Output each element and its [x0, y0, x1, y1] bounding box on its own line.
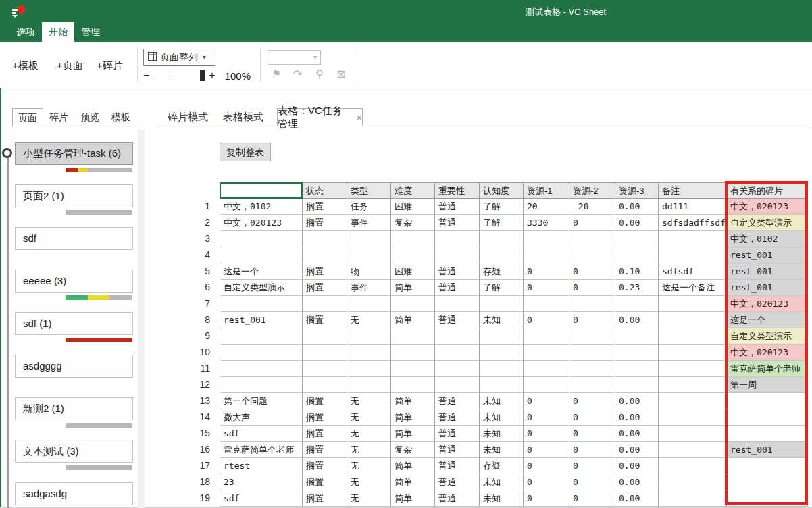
table-cell[interactable]: [569, 361, 615, 377]
column-header[interactable]: 认知度: [480, 182, 524, 199]
row-number[interactable]: 19: [189, 490, 220, 507]
table-cell[interactable]: [615, 231, 659, 247]
table-cell[interactable]: [569, 247, 615, 263]
table-cell[interactable]: [347, 247, 391, 263]
table-cell[interactable]: rtest: [220, 458, 303, 474]
table-cell[interactable]: 0: [524, 409, 569, 426]
table-cell[interactable]: 0: [524, 393, 569, 409]
column-header[interactable]: 资源-2: [569, 182, 615, 199]
table-cell[interactable]: [615, 247, 659, 263]
table-cell[interactable]: 搁置: [303, 312, 347, 328]
table-cell[interactable]: [524, 328, 569, 345]
column-header[interactable]: 备注: [659, 182, 727, 199]
table-cell[interactable]: 0: [569, 474, 615, 490]
related-fragment-cell[interactable]: 中文，020123: [727, 345, 808, 361]
related-fragment-cell[interactable]: 中文，020123: [727, 296, 808, 312]
table-cell[interactable]: [615, 296, 659, 312]
table-cell[interactable]: 0: [569, 215, 615, 231]
table-cell[interactable]: 事件: [347, 280, 391, 296]
table-cell[interactable]: 无: [347, 393, 391, 409]
row-number[interactable]: 2: [189, 215, 220, 231]
table-cell[interactable]: 普通: [435, 426, 480, 442]
table-cell[interactable]: 0: [569, 442, 615, 458]
table-cell[interactable]: 了解: [480, 280, 524, 296]
table-cell[interactable]: 简单: [391, 474, 435, 490]
related-fragment-cell[interactable]: 雷克萨简单个老师: [727, 361, 808, 377]
table-cell[interactable]: [659, 312, 727, 328]
table-cell[interactable]: 物: [347, 263, 391, 280]
table-cell[interactable]: 雷克萨简单个老师: [220, 442, 303, 458]
table-cell[interactable]: [220, 361, 303, 377]
table-cell[interactable]: 0: [524, 426, 569, 442]
add-template-button[interactable]: +模板: [12, 59, 39, 72]
table-cell[interactable]: 未知: [480, 474, 524, 490]
sidebar-item-label[interactable]: 页面2 (1): [15, 184, 133, 207]
table-cell[interactable]: sdf: [220, 426, 303, 442]
table-cell[interactable]: 这是一个: [220, 263, 303, 280]
related-fragment-cell[interactable]: 第一周: [727, 377, 808, 393]
table-cell[interactable]: [347, 345, 391, 361]
column-header[interactable]: [220, 182, 303, 199]
table-cell[interactable]: [569, 345, 615, 361]
table-cell[interactable]: [659, 474, 727, 490]
table-cell[interactable]: [220, 247, 303, 263]
table-cell[interactable]: 搁置: [303, 199, 347, 215]
row-number[interactable]: 1: [189, 199, 220, 215]
row-number[interactable]: 10: [189, 345, 220, 361]
table-cell[interactable]: 搁置: [303, 263, 347, 280]
table-cell[interactable]: [391, 377, 435, 393]
table-cell[interactable]: 普通: [435, 393, 480, 409]
table-cell[interactable]: 这是一个备注: [659, 280, 727, 296]
table-cell[interactable]: 搁置: [303, 215, 347, 231]
table-cell[interactable]: [480, 361, 524, 377]
sidebar-page-item[interactable]: sdf (1): [15, 312, 133, 342]
zoom-out-button[interactable]: −: [143, 70, 149, 82]
table-cell[interactable]: 未知: [480, 409, 524, 426]
row-number[interactable]: 17: [189, 458, 220, 474]
table-cell[interactable]: 0: [569, 426, 615, 442]
table-cell[interactable]: [435, 231, 480, 247]
table-cell[interactable]: [220, 377, 303, 393]
table-cell[interactable]: 任务: [347, 199, 391, 215]
table-cell[interactable]: -20: [569, 199, 615, 215]
table-cell[interactable]: [303, 377, 347, 393]
table-cell[interactable]: 普通: [435, 263, 480, 280]
table-cell[interactable]: [303, 345, 347, 361]
sidebar-page-item[interactable]: 页面2 (1): [15, 184, 133, 215]
table-cell[interactable]: 0.00: [615, 426, 659, 442]
table-cell[interactable]: [659, 393, 727, 409]
table-cell[interactable]: 搁置: [303, 280, 347, 296]
table-cell[interactable]: 无: [347, 490, 391, 507]
table-cell[interactable]: 普通: [435, 409, 480, 426]
row-number[interactable]: 13: [189, 393, 220, 409]
table-cell[interactable]: [524, 296, 569, 312]
table-cell[interactable]: [524, 361, 569, 377]
table-cell[interactable]: [659, 247, 727, 263]
table-cell[interactable]: [659, 345, 727, 361]
table-cell[interactable]: 简单: [391, 409, 435, 426]
column-header[interactable]: 状态: [303, 182, 347, 199]
table-cell[interactable]: 0: [569, 458, 615, 474]
table-cell[interactable]: 困难: [391, 199, 435, 215]
table-cell[interactable]: 普通: [435, 474, 480, 490]
table-cell[interactable]: 普通: [435, 280, 480, 296]
menu-tab-manage[interactable]: 管理: [74, 22, 107, 42]
table-cell[interactable]: [391, 247, 435, 263]
table-cell[interactable]: 0: [524, 263, 569, 280]
table-cell[interactable]: 存疑: [480, 458, 524, 474]
sidebar-page-item[interactable]: 新测2 (1): [15, 397, 133, 428]
column-header[interactable]: 类型: [347, 182, 391, 199]
table-cell[interactable]: 普通: [435, 199, 480, 215]
table-cell[interactable]: 0: [569, 409, 615, 426]
table-cell[interactable]: [220, 328, 303, 345]
table-cell[interactable]: 复杂: [391, 215, 435, 231]
table-cell[interactable]: [391, 296, 435, 312]
table-cell[interactable]: 自定义类型演示: [220, 280, 303, 296]
table-cell[interactable]: 0: [569, 312, 615, 328]
table-cell[interactable]: [347, 328, 391, 345]
table-cell[interactable]: 未知: [480, 490, 524, 507]
sidebar-item-label[interactable]: sdf (1): [15, 312, 133, 335]
table-cell[interactable]: [480, 328, 524, 345]
table-cell[interactable]: [303, 328, 347, 345]
table-cell[interactable]: 简单: [391, 393, 435, 409]
